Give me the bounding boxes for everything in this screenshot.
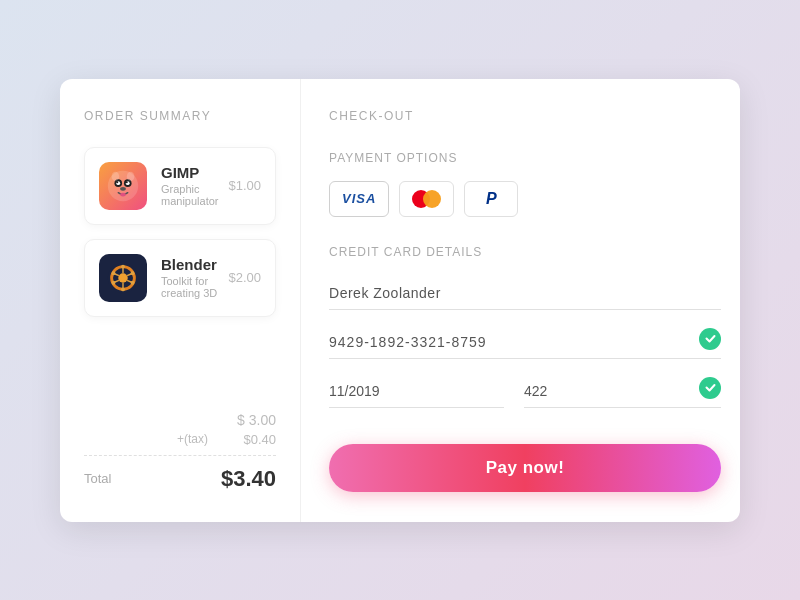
gimp-name: GIMP <box>161 164 218 181</box>
cvv-field-wrap <box>524 377 721 408</box>
blender-info: Blender Toolkit for creating 3D <box>161 256 218 299</box>
order-summary-panel: Order Summary <box>60 79 301 522</box>
pay-now-button[interactable]: Pay now! <box>329 444 721 492</box>
subtotal-row: $ 3.00 <box>84 412 276 428</box>
tax-value: $0.40 <box>216 432 276 447</box>
tax-label: +(tax) <box>177 432 208 446</box>
payment-options-label: Payment Options <box>329 151 721 165</box>
expiry-cvv-row <box>329 377 721 408</box>
cvv-valid-icon <box>699 377 721 399</box>
cc-form <box>329 275 721 426</box>
total-row: Total $3.40 <box>84 466 276 492</box>
cvv-input[interactable] <box>524 383 699 399</box>
svg-point-8 <box>120 192 126 196</box>
svg-point-13 <box>118 273 128 283</box>
svg-point-10 <box>127 171 135 181</box>
mc-circle-right <box>423 190 441 208</box>
tax-row: +(tax) $0.40 <box>84 432 276 447</box>
visa-button[interactable]: VISA <box>329 181 389 217</box>
cc-details-label: Credit Card Details <box>329 245 721 259</box>
svg-point-7 <box>120 186 126 190</box>
expiry-input[interactable] <box>329 383 504 399</box>
order-summary-title: Order Summary <box>84 109 276 123</box>
payment-options-group: VISA P <box>329 181 721 217</box>
blender-name: Blender <box>161 256 218 273</box>
paypal-icon: P <box>486 190 497 208</box>
total-value: $3.40 <box>221 466 276 492</box>
product-list: GIMP Graphic manipulator $1.00 <box>84 147 276 380</box>
expiry-field-wrap <box>329 383 504 408</box>
paypal-button[interactable]: P <box>464 181 518 217</box>
blender-icon <box>99 254 147 302</box>
gimp-price: $1.00 <box>228 178 261 193</box>
product-item-blender: Blender Toolkit for creating 3D $2.00 <box>84 239 276 317</box>
checkout-card: Order Summary <box>60 79 740 522</box>
visa-icon: VISA <box>342 191 376 206</box>
card-number-input[interactable] <box>329 334 699 350</box>
order-totals: $ 3.00 +(tax) $0.40 Total $3.40 <box>84 398 276 492</box>
mastercard-icon <box>412 190 441 208</box>
blender-desc: Toolkit for creating 3D <box>161 275 218 299</box>
checkout-panel: Check-out Payment Options VISA P Credit … <box>301 79 749 522</box>
mastercard-button[interactable] <box>399 181 454 217</box>
total-divider <box>84 455 276 456</box>
card-number-valid-icon <box>699 328 721 350</box>
svg-point-6 <box>126 181 128 183</box>
gimp-info: GIMP Graphic manipulator <box>161 164 218 207</box>
gimp-desc: Graphic manipulator <box>161 183 218 207</box>
gimp-icon <box>99 162 147 210</box>
svg-point-5 <box>116 181 118 183</box>
blender-price: $2.00 <box>228 270 261 285</box>
subtotal-value: $ 3.00 <box>216 412 276 428</box>
checkout-title: Check-out <box>329 109 721 123</box>
cardholder-name-input[interactable] <box>329 275 721 310</box>
card-number-field-wrap <box>329 328 721 359</box>
svg-point-9 <box>112 171 120 181</box>
total-label: Total <box>84 471 111 486</box>
product-item-gimp: GIMP Graphic manipulator $1.00 <box>84 147 276 225</box>
